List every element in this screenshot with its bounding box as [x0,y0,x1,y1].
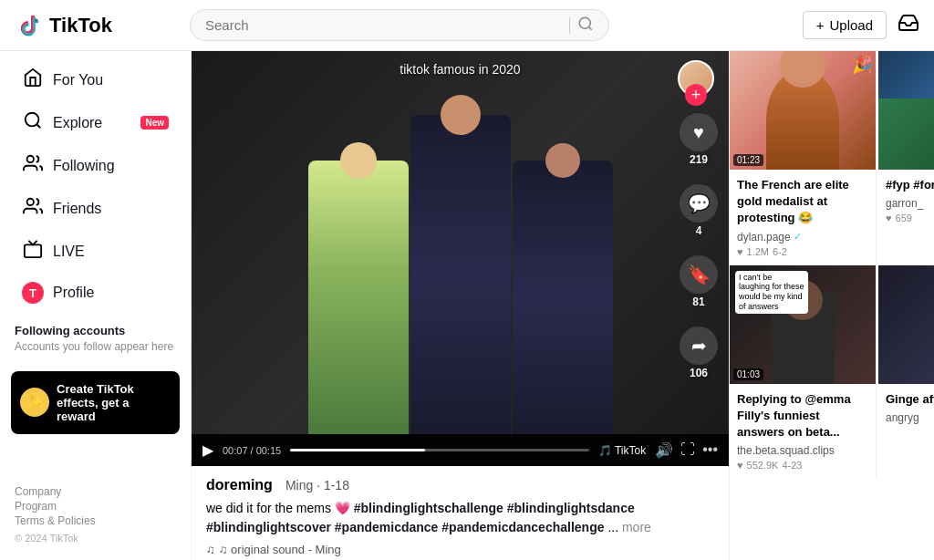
sidebar-item-live[interactable]: LIVE [7,231,183,272]
hashtag-4[interactable]: #pandemicdance [335,520,442,534]
home-icon [22,67,44,92]
sidebar-item-explore[interactable]: Explore New [7,102,183,143]
video-desc-text: we did it for the mems 💗 [206,501,354,515]
upload-label: Upload [829,17,873,33]
following-icon [22,153,44,178]
explore-icon [22,110,44,135]
explore-label: Explore [53,115,131,131]
sidebar-item-profile[interactable]: T Profile [7,274,183,312]
card4-author: angryg [886,411,934,424]
author-name[interactable]: doreming [206,477,273,493]
video-feed: tiktok famous in 2020 + [192,51,730,560]
total-time: 00:15 [256,445,282,456]
card1-comments: 6-2 [773,246,787,257]
video-sub-title: Ming · 1-18 [285,478,349,493]
friends-label: Friends [53,201,169,217]
fullscreen-icon[interactable]: ⛶ [680,441,695,459]
header-right: + Upload [803,11,919,39]
video-sound[interactable]: ♫ ♫ original sound - Ming [206,543,714,556]
play-button[interactable]: ▶ [202,441,213,459]
progress-bar[interactable] [290,449,589,451]
bookmark-icon: 🔖 [680,255,718,294]
current-time: 00:07 [223,445,248,456]
search-input[interactable] [205,17,562,33]
search-icon [577,16,594,32]
video-card-2: #fyp #fory garron_ ♥ 659 [878,51,934,264]
terms-policies-link[interactable]: Terms & Policies [15,514,176,527]
hashtag-1[interactable]: #blindinglightschallenge [354,501,507,515]
svg-point-4 [27,199,34,205]
tiktok-logo-icon [15,11,44,40]
card2-author: garron_ [886,197,934,210]
thumbnail-4[interactable] [878,265,934,384]
more-options-icon[interactable]: ••• [702,441,718,459]
company-link[interactable]: Company [15,485,176,498]
comment-count: 4 [696,224,702,237]
video-thumbnail[interactable]: tiktok famous in 2020 + [192,51,729,434]
card2-title: #fyp #fory [886,177,934,193]
sidebar: For You Explore New Following Friends [0,51,192,560]
card3-author: the.beta.squad.clips [737,444,868,457]
create-effects-label: Create TikTok effects, get a reward [57,382,171,423]
live-label: LIVE [53,244,169,260]
like-button[interactable]: ♥ 219 [680,113,718,166]
volume-icon[interactable]: 🔊 [655,441,673,459]
search-bar[interactable] [190,9,609,41]
friends-icon [22,196,44,221]
thumbnail-2[interactable] [878,51,934,170]
video-card-3: I can't be laughing for these would be m… [730,265,877,479]
svg-point-1 [579,17,590,28]
video-info: doreming Ming · 1-18 we did it for the m… [192,466,729,560]
sidebar-item-following[interactable]: Following [7,145,183,186]
sidebar-item-friends[interactable]: Friends [7,188,183,229]
card3-likes: 552.9K [747,460,779,471]
inbox-icon [898,12,919,34]
follow-plus-button[interactable]: + [685,84,707,106]
card3-info: Replying to @emma Filly's funniest answe… [730,384,876,479]
card1-info: The French are elite gold medalist at pr… [730,170,876,264]
upload-button[interactable]: + Upload [803,11,887,39]
heart-icon3: ♥ [737,460,743,471]
explore-new-badge: New [140,116,169,130]
header: TikTok + Upload [0,0,934,51]
card4-author-name[interactable]: angryg [886,411,919,424]
create-effects-button[interactable]: ✨ Create TikTok effects, get a reward [11,371,180,434]
thumbnail-1[interactable]: 🎉 01:23 [730,51,876,170]
more-link[interactable]: more [622,520,651,534]
profile-label: Profile [53,285,169,301]
progress-fill [290,449,424,451]
video-figures [308,51,613,434]
logo-text: TikTok [49,14,112,37]
music-note-icon: ♫ [206,543,215,556]
card3-stats: ♥ 552.9K 4-23 [737,460,868,471]
card3-duration: 01:03 [733,368,763,380]
hashtag-3[interactable]: #blindinglightscover [206,520,335,534]
program-link[interactable]: Program [15,500,176,513]
hashtag-5[interactable]: #pandemicdancechallenge [441,520,604,534]
inbox-button[interactable] [898,12,919,38]
svg-point-2 [26,113,39,127]
video-player: tiktok famous in 2020 + [192,51,729,466]
card3-author-name[interactable]: the.beta.squad.clips [737,444,835,457]
card1-author-name[interactable]: dylan.page [737,231,791,244]
card2-info: #fyp #fory garron_ ♥ 659 [878,170,934,264]
card1-duration: 01:23 [733,154,763,166]
bookmark-button[interactable]: 🔖 81 [680,255,718,308]
right-panel: 🎉 01:23 The French are elite gold medali… [730,51,934,560]
card3-title: Replying to @emma Filly's funniest answe… [737,391,868,441]
sidebar-item-for-you[interactable]: For You [7,59,183,100]
sound-text: ♫ original sound - Ming [219,543,341,556]
video-card-4: Ginge after bang... angryg [878,265,934,479]
ellipsis: ... [607,520,622,534]
time-display: 00:07 / 00:15 [223,445,281,456]
copyright-text: © 2024 TikTok [15,533,78,544]
thumbnail-3[interactable]: I can't be laughing for these would be m… [730,265,876,384]
card2-author-name[interactable]: garron_ [886,197,923,210]
like-count: 219 [690,153,708,166]
share-button[interactable]: ➦ 106 [680,327,718,379]
author-avatar[interactable]: + [678,60,714,97]
comment-button[interactable]: 💬 4 [680,184,718,237]
search-button[interactable] [577,16,594,35]
content-area: tiktok famous in 2020 + [192,51,934,560]
hashtag-2[interactable]: #blindinglightsdance [507,501,635,515]
